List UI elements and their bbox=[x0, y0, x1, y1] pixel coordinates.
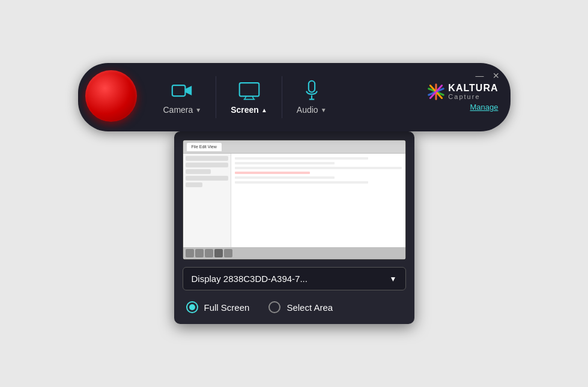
screen-control[interactable]: Screen ▲ bbox=[216, 76, 282, 118]
close-button[interactable]: ✕ bbox=[491, 71, 501, 80]
kaltura-capture: Capture bbox=[448, 93, 498, 100]
audio-chevron: ▼ bbox=[321, 107, 327, 113]
preview-line bbox=[235, 162, 335, 164]
preview-taskicon bbox=[195, 249, 204, 257]
display-selector[interactable]: Display 2838C3DD-A394-7... ▼ bbox=[183, 267, 406, 290]
preview-taskicon bbox=[205, 249, 213, 257]
preview-taskicon bbox=[186, 249, 194, 257]
display-dropdown-chevron: ▼ bbox=[390, 275, 397, 283]
preview-line-red bbox=[235, 172, 310, 174]
kaltura-asterisk-icon bbox=[428, 83, 444, 100]
toolbar: Camera ▼ Screen ▲ bbox=[78, 63, 511, 131]
preview-taskbar bbox=[183, 247, 405, 259]
preview-screen: File Edit View bbox=[183, 140, 405, 259]
audio-control[interactable]: Audio ▼ bbox=[282, 76, 341, 118]
camera-icon bbox=[171, 80, 193, 101]
full-screen-label: Full Screen bbox=[204, 302, 250, 313]
preview-main bbox=[231, 154, 405, 259]
screen-preview: File Edit View bbox=[183, 140, 406, 260]
display-value: Display 2838C3DD-A394-7... bbox=[192, 274, 308, 284]
svg-rect-6 bbox=[309, 81, 315, 92]
audio-icon bbox=[301, 80, 323, 101]
svg-rect-2 bbox=[239, 83, 259, 96]
full-screen-radio[interactable] bbox=[186, 301, 198, 313]
svg-marker-1 bbox=[186, 86, 192, 95]
preview-taskicon bbox=[214, 249, 223, 257]
minimize-button[interactable]: — bbox=[474, 71, 485, 80]
record-button[interactable] bbox=[85, 70, 137, 122]
full-screen-option[interactable]: Full Screen bbox=[186, 301, 250, 313]
preview-line bbox=[235, 157, 368, 160]
select-area-label: Select Area bbox=[286, 302, 333, 313]
kaltura-name: KALTURA bbox=[448, 83, 498, 94]
camera-label: Camera ▼ bbox=[163, 105, 202, 115]
preview-content bbox=[183, 154, 405, 259]
preview-sidebar-item bbox=[186, 182, 202, 187]
preview-sidebar-item bbox=[186, 169, 211, 174]
record-button-wrapper bbox=[85, 70, 139, 124]
screen-label-text: Screen bbox=[231, 105, 259, 115]
camera-chevron: ▼ bbox=[195, 107, 201, 113]
kaltura-logo: KALTURA Capture bbox=[428, 83, 498, 101]
camera-control[interactable]: Camera ▼ bbox=[149, 76, 217, 118]
select-area-radio[interactable] bbox=[268, 301, 280, 313]
window-controls: — ✕ bbox=[474, 71, 501, 80]
preview-sidebar-item bbox=[186, 156, 228, 161]
preview-tab: File Edit View bbox=[187, 143, 222, 151]
toolbar-controls: Camera ▼ Screen ▲ bbox=[149, 76, 416, 118]
screen-label: Screen ▲ bbox=[231, 105, 267, 115]
app-wrapper: Camera ▼ Screen ▲ bbox=[78, 63, 511, 324]
preview-topbar: File Edit View bbox=[183, 140, 405, 154]
screen-dropdown-panel: File Edit View bbox=[174, 131, 414, 324]
manage-button[interactable]: Manage bbox=[470, 103, 499, 112]
preview-inner: File Edit View bbox=[183, 140, 405, 259]
preview-sidebar-item bbox=[186, 176, 228, 181]
camera-label-text: Camera bbox=[163, 105, 193, 115]
svg-rect-0 bbox=[172, 85, 186, 96]
kaltura-brand: — ✕ KALTURA Capture Manage bbox=[416, 83, 498, 112]
preview-sidebar bbox=[183, 154, 231, 259]
preview-sidebar-item bbox=[186, 163, 228, 167]
preview-line bbox=[235, 176, 335, 179]
select-area-option[interactable]: Select Area bbox=[268, 301, 333, 313]
capture-mode-options: Full Screen Select Area bbox=[183, 299, 406, 316]
preview-line bbox=[235, 181, 368, 184]
audio-label-text: Audio bbox=[297, 105, 318, 115]
screen-chevron: ▲ bbox=[261, 107, 267, 113]
preview-taskicon bbox=[224, 249, 232, 257]
kaltura-text: KALTURA Capture bbox=[448, 83, 498, 101]
preview-line bbox=[235, 167, 402, 169]
screen-icon bbox=[238, 80, 260, 101]
audio-label: Audio ▼ bbox=[297, 105, 327, 115]
